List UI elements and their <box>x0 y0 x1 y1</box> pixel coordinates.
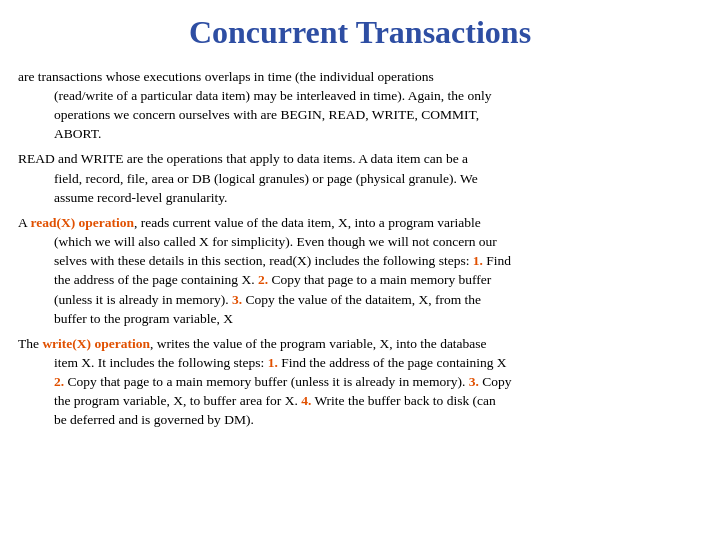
p3-highlight: read(X) operation <box>30 215 134 230</box>
paragraph-1: are transactions whose executions overla… <box>18 67 702 144</box>
p2-text: READ and WRITE are the operations that a… <box>18 151 468 166</box>
p2-line2: field, record, file, area or DB (logical… <box>54 171 478 186</box>
paragraph-2: READ and WRITE are the operations that a… <box>18 149 702 206</box>
p1-line2: (read/write of a particular data item) m… <box>54 88 491 103</box>
p3-line2: (which we will also called X for simplic… <box>54 234 497 249</box>
p3-line4: the address of the page containing X. 2.… <box>54 272 491 287</box>
p1-line3: operations we concern ourselves with are… <box>54 107 479 122</box>
p4-line2: item X. It includes the following steps:… <box>54 355 507 370</box>
p1-line4: ABORT. <box>54 126 101 141</box>
p3-num2: 2. <box>258 272 268 287</box>
page-title: Concurrent Transactions <box>18 10 702 55</box>
paragraph-3: A read(X) operation, reads current value… <box>18 213 702 328</box>
p4-num2: 2. <box>54 374 64 389</box>
p2-line3: assume record-level granularity. <box>54 190 227 205</box>
p4-num3: 3. <box>469 374 479 389</box>
p4-line5: be deferred and is governed by DM). <box>54 412 254 427</box>
p4-num4: 4. <box>301 393 311 408</box>
p3-num1: 1. <box>473 253 483 268</box>
p4-line4: the program variable, X, to buffer area … <box>54 393 496 408</box>
p3-num3: 3. <box>232 292 242 307</box>
p3-line5: (unless it is already in memory). 3. Cop… <box>54 292 481 307</box>
p4-prefix: The <box>18 336 42 351</box>
p1-text: are transactions whose executions overla… <box>18 69 434 84</box>
p3-prefix: A <box>18 215 30 230</box>
p3-line6: buffer to the program variable, X <box>54 311 233 326</box>
p4-num1: 1. <box>268 355 278 370</box>
paragraph-4: The write(X) operation, writes the value… <box>18 334 702 430</box>
p4-line3: 2. Copy that page to a main memory buffe… <box>54 374 512 389</box>
p3-after: , reads current value of the data item, … <box>134 215 481 230</box>
p4-after: , writes the value of the program variab… <box>150 336 487 351</box>
main-content: are transactions whose executions overla… <box>18 67 702 430</box>
p4-highlight: write(X) operation <box>42 336 150 351</box>
p3-line3: selves with these details in this sectio… <box>54 253 511 268</box>
